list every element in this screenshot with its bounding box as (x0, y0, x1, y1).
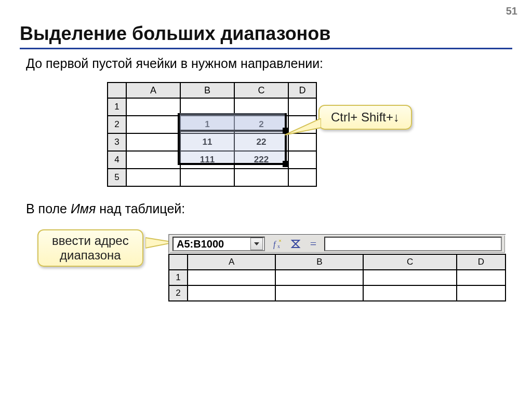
bar-separator (265, 235, 269, 253)
svg-marker-2 (254, 242, 259, 245)
cell (126, 169, 180, 186)
formula-bar: A5:B1000 fx = (168, 234, 506, 254)
cell (180, 98, 234, 116)
cell (126, 98, 180, 116)
title-underline (20, 48, 512, 49)
equals-icon[interactable]: = (305, 237, 321, 251)
subtitle-direction: До первой пустой ячейки в нужном направл… (26, 56, 323, 71)
page-number: 51 (506, 5, 517, 17)
corner-cell (169, 254, 188, 270)
grid-1: A B C D 1 2 1 2 3 11 (107, 82, 317, 187)
row-header-4: 4 (108, 151, 126, 169)
callout-namebox: ввести адрес диапазона (37, 229, 143, 267)
subtitle-namebox-em: Имя (71, 201, 96, 216)
slide-title: Выделение больших диапазонов (20, 23, 330, 45)
cell-B2: 1 (180, 116, 234, 133)
callout-namebox-line1: ввести адрес (52, 234, 129, 248)
cell (126, 133, 180, 151)
cell (126, 151, 180, 169)
subtitle-namebox-pre: В поле (26, 201, 71, 216)
name-box-value: A5:B1000 (174, 238, 224, 250)
col-header-D: D (288, 83, 316, 98)
equals-text: = (310, 237, 316, 251)
row-header-3: 3 (108, 133, 126, 151)
cell (288, 151, 316, 169)
formula-input[interactable] (324, 237, 502, 251)
sum-icon[interactable] (288, 237, 303, 251)
cell (288, 133, 316, 151)
callout-shortcut-text: Ctrl+ Shift+↓ (331, 110, 400, 124)
cell (188, 270, 275, 285)
cell (288, 169, 316, 186)
grid-2: A B C D 1 2 (168, 254, 506, 301)
spreadsheet-example-2: A5:B1000 fx = A B C D (168, 234, 506, 301)
col-header-B: B (180, 83, 234, 98)
cell (234, 169, 288, 186)
col-header-A: A (188, 254, 275, 270)
cell-C2: 2 (234, 116, 288, 133)
subtitle-namebox-post: над таблицей: (96, 201, 185, 216)
cell-C3: 22 (234, 133, 288, 151)
col-header-C: C (234, 83, 288, 98)
cell (234, 98, 288, 116)
cell (275, 285, 363, 301)
cell-C4: 222 (234, 151, 288, 169)
cell (457, 270, 506, 285)
callout-namebox-line2: диапазона (52, 248, 129, 263)
chevron-down-icon (254, 242, 259, 245)
row-header-2: 2 (169, 285, 188, 301)
row-header-1: 1 (108, 98, 126, 116)
cell (126, 116, 180, 133)
function-wizard-icon[interactable]: fx (270, 237, 286, 251)
cell (188, 285, 275, 301)
callout-shortcut: Ctrl+ Shift+↓ (318, 105, 412, 130)
row-header-5: 5 (108, 169, 126, 186)
svg-text:f: f (273, 240, 277, 249)
cell (275, 270, 363, 285)
cell (288, 98, 316, 116)
cell-B3: 11 (180, 133, 234, 151)
subtitle-namebox: В поле Имя над таблицей: (26, 201, 185, 216)
cell (363, 285, 457, 301)
col-header-C: C (363, 254, 457, 270)
svg-text:x: x (277, 243, 280, 249)
name-box-dropdown[interactable] (250, 238, 263, 250)
name-box[interactable]: A5:B1000 (172, 237, 265, 251)
cell (288, 116, 316, 133)
cell-B4: 111 (180, 151, 234, 169)
spreadsheet-example-1: A B C D 1 2 1 2 3 11 (107, 82, 317, 187)
cell (180, 169, 234, 186)
col-header-D: D (457, 254, 506, 270)
row-header-1: 1 (169, 270, 188, 285)
cell (457, 285, 506, 301)
col-header-A: A (126, 83, 180, 98)
cell (363, 270, 457, 285)
col-header-B: B (275, 254, 363, 270)
corner-cell (108, 83, 126, 98)
row-header-2: 2 (108, 116, 126, 133)
